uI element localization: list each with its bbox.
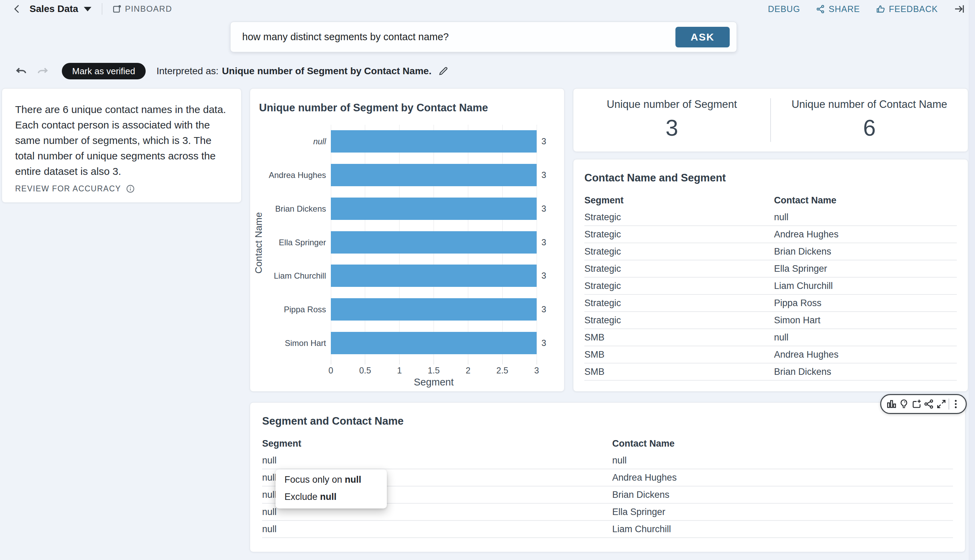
tick-mark [537, 360, 537, 365]
debug-button[interactable]: DEBUG [768, 4, 800, 14]
bar[interactable] [331, 332, 537, 354]
bar[interactable] [331, 130, 537, 153]
bar[interactable] [331, 198, 537, 220]
table-cell[interactable]: Strategic [584, 281, 774, 291]
interpreted-phrase: Unique number of Segment by Contact Name… [222, 66, 432, 77]
bar[interactable] [331, 265, 537, 287]
table-cell[interactable]: Andrea Hughes [612, 472, 677, 483]
bar[interactable] [331, 164, 537, 186]
table-row[interactable]: StrategicLiam Churchill [584, 278, 957, 295]
table-row[interactable]: SMBBrian Dickens [584, 363, 957, 381]
table-cell[interactable]: Andrea Hughes [774, 229, 838, 240]
table-cell[interactable]: Strategic [584, 315, 774, 326]
table-cell[interactable]: Ella Springer [774, 263, 827, 274]
collapse-panel-icon[interactable] [954, 3, 965, 15]
category-label: Pippa Ross [250, 298, 326, 320]
menu-item-exclude[interactable]: Exclude null [275, 488, 387, 505]
column-header[interactable]: Contact Name [612, 438, 675, 449]
kpi-label: Unique number of Contact Name [771, 98, 968, 111]
lightbulb-icon[interactable] [898, 398, 909, 410]
top-header: Sales Data PINBOARD DEBUG SHARE FEEDBACK [0, 0, 975, 17]
chart-area: Contact Name Segment 00.511.522.53null3A… [250, 88, 564, 391]
answer-summary-card: There are 6 unique contact names in the … [2, 88, 242, 203]
column-header[interactable]: Contact Name [774, 195, 837, 206]
table-row[interactable]: StrategicPippa Ross [584, 295, 957, 312]
debug-label: DEBUG [768, 4, 800, 14]
vertical-scrollbar[interactable] [969, 0, 975, 560]
expand-icon[interactable] [936, 398, 947, 410]
bar[interactable] [331, 231, 537, 253]
info-icon[interactable] [126, 184, 135, 193]
table-cell[interactable]: Simon Hart [774, 315, 820, 326]
floating-toolbar [880, 394, 967, 414]
redo-icon[interactable] [36, 64, 50, 78]
table-row[interactable]: StrategicBrian Dickens [584, 243, 957, 260]
table-cell[interactable]: Liam Churchill [612, 524, 671, 535]
category-label: Ella Springer [250, 231, 326, 253]
more-options-icon[interactable] [951, 399, 961, 409]
share-icon [816, 5, 825, 14]
pinboard-icon [112, 4, 122, 14]
kpi-card: Unique number of Segment 3 Unique number… [573, 88, 968, 152]
table-cell[interactable]: Strategic [584, 229, 774, 240]
table-row[interactable]: StrategicSimon Hart [584, 312, 957, 329]
table-row[interactable]: Strategicnull [584, 209, 957, 226]
table-row[interactable]: SMBAndrea Hughes [584, 346, 957, 363]
table-cell[interactable]: Brian Dickens [774, 246, 832, 257]
table-row[interactable]: StrategicElla Springer [584, 260, 957, 278]
column-header[interactable]: Segment [262, 438, 612, 449]
table-cell[interactable]: Strategic [584, 298, 774, 308]
pin-to-pinboard-icon[interactable] [911, 398, 922, 410]
toolbar-divider [948, 398, 949, 410]
table-cell[interactable]: Liam Churchill [774, 281, 833, 291]
interpreted-prefix: Interpreted as: [157, 66, 219, 77]
pinboard-tab[interactable]: PINBOARD [112, 4, 172, 14]
table-cell[interactable]: null [774, 212, 788, 223]
column-header[interactable]: Segment [584, 195, 774, 206]
question-input[interactable] [230, 31, 737, 43]
table-row[interactable]: nullLiam Churchill [262, 521, 953, 538]
kpi-value: 3 [573, 115, 770, 141]
table-cell[interactable]: SMB [584, 332, 774, 343]
undo-icon[interactable] [15, 64, 28, 78]
tick-mark [331, 360, 331, 365]
table-cell[interactable]: null [774, 332, 788, 343]
bar[interactable] [331, 298, 537, 320]
table-cell[interactable]: Strategic [584, 212, 774, 223]
table-row[interactable]: StrategicAndrea Hughes [584, 226, 957, 243]
column-chart-icon[interactable] [886, 398, 897, 410]
share-icon[interactable] [923, 398, 935, 410]
datasource-title[interactable]: Sales Data [30, 3, 78, 15]
table-row[interactable]: SMBnull [584, 329, 957, 346]
mark-as-verified-button[interactable]: Mark as verified [62, 63, 146, 79]
table-title: Segment and Contact Name [262, 415, 953, 427]
back-icon[interactable] [12, 3, 23, 15]
tick-mark [502, 360, 503, 365]
menu-item-focus-only[interactable]: Focus only on null [275, 471, 387, 488]
share-button[interactable]: SHARE [816, 4, 860, 14]
table-cell[interactable]: Strategic [584, 246, 774, 257]
ask-button[interactable]: ASK [675, 27, 730, 47]
table-cell[interactable]: Pippa Ross [774, 298, 822, 308]
table-cell[interactable]: Strategic [584, 263, 774, 274]
table-cell[interactable]: null [262, 524, 612, 535]
feedback-button[interactable]: FEEDBACK [876, 4, 938, 14]
segment-table-body: SegmentContact NameStrategicnullStrategi… [584, 192, 957, 381]
tick-mark [365, 360, 365, 365]
chevron-down-icon[interactable] [84, 7, 92, 11]
table-cell[interactable]: Brian Dickens [612, 490, 670, 500]
table-cell[interactable]: null [612, 455, 627, 466]
tick-mark [399, 360, 400, 365]
table-cell[interactable]: Brian Dickens [774, 367, 832, 377]
tick-mark [433, 360, 434, 365]
table-cell[interactable]: null [262, 455, 612, 466]
table-cell[interactable]: Ella Springer [612, 507, 665, 517]
bar-value-label: 3 [542, 332, 546, 354]
thumbs-up-icon [876, 4, 885, 14]
table-row[interactable]: nullnull [262, 452, 953, 469]
edit-pencil-icon[interactable] [438, 66, 449, 77]
table-cell[interactable]: SMB [584, 367, 774, 377]
table-cell[interactable]: SMB [584, 349, 774, 360]
table-cell[interactable]: Andrea Hughes [774, 349, 838, 360]
x-tick-label: 0.5 [359, 365, 371, 375]
